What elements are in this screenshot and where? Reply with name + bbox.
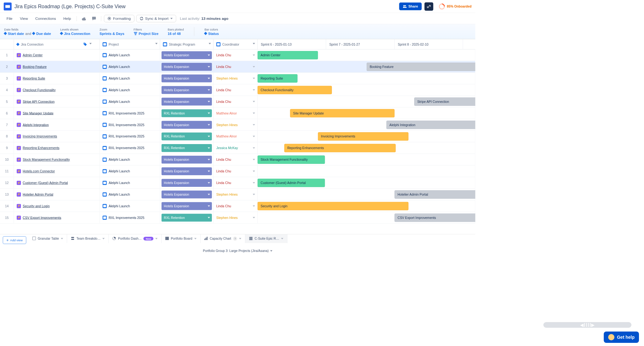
cell-jira-connection[interactable]: ⚡Security and Login [14,200,100,212]
control-bars-plotted[interactable]: Bars plotted 16 of 48 [168,27,184,35]
menu-connections[interactable]: Connections [32,15,58,22]
cell-strategic-program[interactable]: RXL Retention [160,142,214,153]
cell-jira-connection[interactable]: ⚡Hotelier Admin Portal [14,189,100,200]
gantt-bar[interactable]: CSV Export Improvements [395,214,475,222]
control-bar-colors[interactable]: Bar colors Status [204,27,219,35]
sprint-header[interactable]: Sprint 8 - 2025-02-10 [395,39,463,49]
view-tab[interactable]: Team Breakdo… [67,234,108,243]
gantt-bar[interactable]: Booking Feature [367,63,475,71]
page-title[interactable]: Jira Epics Roadmap (Lge. Projects) C-Sui… [14,3,125,9]
cell-strategic-program[interactable]: Hotels Expansion [160,49,214,61]
cell-coordinator[interactable]: Linda Chu [214,84,258,96]
cell-coordinator[interactable]: Linda Chu [214,61,258,72]
cell-coordinator[interactable]: Linda Chu [214,200,258,212]
epic-link[interactable]: Admin Center [23,53,42,57]
cell-gantt[interactable]: Stripe API Connection [258,96,475,107]
epic-link[interactable]: Checkout Functionality [23,88,56,92]
cell-strategic-program[interactable]: Hotels Expansion [160,119,214,131]
cell-gantt[interactable] [258,165,475,177]
epic-link[interactable]: Stock Management Functionality [23,158,70,161]
cell-gantt[interactable]: Admin Center [258,49,475,61]
table-row[interactable]: 10⚡Stock Management FunctionalityAlelphi… [0,154,475,165]
epic-link[interactable]: Hotelier Admin Portal [23,193,53,196]
cell-gantt[interactable]: CSV Export Improvements [258,212,475,223]
chevron-down-icon[interactable] [103,238,105,239]
epic-link[interactable]: Reporting Enhancements [23,146,59,150]
epic-link[interactable]: Site Manager Update [23,111,53,115]
cell-jira-connection[interactable]: ⚡Alelphi Integration [14,119,100,131]
gantt-bar[interactable]: Customer (Guest) Admin Portal [258,179,325,187]
cell-project[interactable]: Alelphi Launch [100,165,160,177]
epic-link[interactable]: Booking Feature [23,65,47,69]
table-row[interactable]: 9⚡Reporting EnhancementsRXL Improvements… [0,142,475,154]
chevron-down-icon[interactable] [253,43,255,44]
epic-link[interactable]: Stripe API Connection [23,100,54,103]
chevron-down-icon[interactable] [208,43,211,44]
control-date-fields[interactable]: Date fields Start date and Due date [4,27,51,35]
tag-icon[interactable] [83,42,87,46]
horizontal-scrollbar[interactable]: ◀▶ [543,322,631,328]
column-jira-connection[interactable]: Jira Connection [14,39,100,49]
gantt-bar[interactable]: Checkout Functionality [258,86,332,94]
view-tab[interactable]: Portfolio Board [162,234,201,243]
epic-link[interactable]: Customer (Guest) Admin Portal [23,181,68,185]
cell-jira-connection[interactable]: ⚡Reporting Enhancements [14,142,100,153]
cell-gantt[interactable]: Booking Feature [258,61,475,72]
cell-gantt[interactable]: Hotelier Admin Portal [258,189,475,200]
cell-project[interactable]: RXL Improvements 2025 [100,142,160,153]
cell-coordinator[interactable]: Stephen Hines [214,212,258,223]
copy-link-button[interactable] [425,2,433,11]
cloud-sync-icon[interactable] [80,15,88,22]
cell-jira-connection[interactable]: ⚡CSV Export Improvements [14,212,100,223]
table-row[interactable]: 7⚡Alelphi IntegrationRXL Improvements 20… [0,119,475,131]
cell-jira-connection[interactable]: ⚡Reporting Suite [14,73,100,84]
cell-strategic-program[interactable]: Hotels Expansion [160,73,214,84]
cell-coordinator[interactable]: Stephen Hines [214,119,258,131]
view-tab[interactable]: Capacity Chart? [200,234,245,243]
cell-jira-connection[interactable]: ⚡Invoicing Improvements [14,131,100,142]
table-row[interactable]: 6⚡Site Manager UpdateRXL Improvements 20… [0,108,475,119]
cell-coordinator[interactable]: Linda Chu [214,49,258,61]
cell-gantt[interactable]: Security and Login [258,200,475,212]
cell-gantt[interactable]: Alelphi Integration [258,119,475,131]
cell-project[interactable]: Alelphi Launch [100,61,160,72]
cell-strategic-program[interactable]: Hotels Expansion [160,177,214,188]
menu-help[interactable]: Help [61,15,74,22]
cell-strategic-program[interactable]: Hotels Expansion [160,154,214,165]
cell-strategic-program[interactable]: RXL Retention [160,212,214,223]
cell-coordinator[interactable]: Linda Chu [214,165,258,177]
chevron-down-icon[interactable] [155,238,158,239]
table-row[interactable]: 3⚡Reporting SuiteAlelphi LaunchHotels Ex… [0,73,475,84]
cell-project[interactable]: Alelphi Launch [100,154,160,165]
control-zoom[interactable]: Zoom Sprints & Days [100,27,125,35]
cell-strategic-program[interactable]: Hotels Expansion [160,96,214,107]
cell-gantt[interactable]: Site Manager Update [258,108,475,119]
cell-strategic-program[interactable]: RXL Retention [160,108,214,119]
gantt-bar[interactable]: Hotelier Admin Portal [395,190,475,199]
gantt-bar[interactable]: Alelphi Integration [386,121,475,129]
table-row[interactable]: 13⚡Hotelier Admin PortalAlelphi LaunchHo… [0,189,475,200]
cell-jira-connection[interactable]: ⚡Stripe API Connection [14,96,100,107]
chevron-down-icon[interactable] [270,250,272,251]
chevron-down-icon[interactable] [239,238,241,239]
cell-jira-connection[interactable]: ⚡Checkout Functionality [14,84,100,96]
cell-strategic-program[interactable]: Hotels Expansion [160,189,214,200]
epic-link[interactable]: Invoicing Improvements [23,135,57,138]
chevron-down-icon[interactable] [281,238,283,239]
cell-project[interactable]: RXL Improvements 2025 [100,119,160,131]
gantt-bar[interactable]: Site Manager Update [290,109,395,118]
column-strategic-program[interactable]: Strategic Program [160,39,214,49]
table-row[interactable]: 12⚡Customer (Guest) Admin PortalAlelphi … [0,177,475,189]
control-levels[interactable]: Levels shown Jira Connection [60,27,90,35]
view-tab[interactable]: Granular Table [28,234,67,243]
gantt-bar[interactable]: Invoicing Improvements [318,132,408,141]
table-row[interactable]: 2⚡Booking FeatureAlelphi LaunchHotels Ex… [0,61,475,73]
cell-project[interactable]: RXL Improvements 2025 [100,108,160,119]
gantt-bar[interactable]: Reporting Suite [258,74,297,83]
table-row[interactable]: 1⚡Admin CenterAlelphi LaunchHotels Expan… [0,49,475,61]
gantt-bar[interactable]: Stripe API Connection [414,98,475,106]
control-filters[interactable]: Filters Project Size [134,27,158,35]
view-tab[interactable]: C-Suite Epic R… [245,234,287,243]
cell-gantt[interactable]: Reporting Suite [258,73,475,84]
cell-project[interactable]: Alelphi Launch [100,73,160,84]
